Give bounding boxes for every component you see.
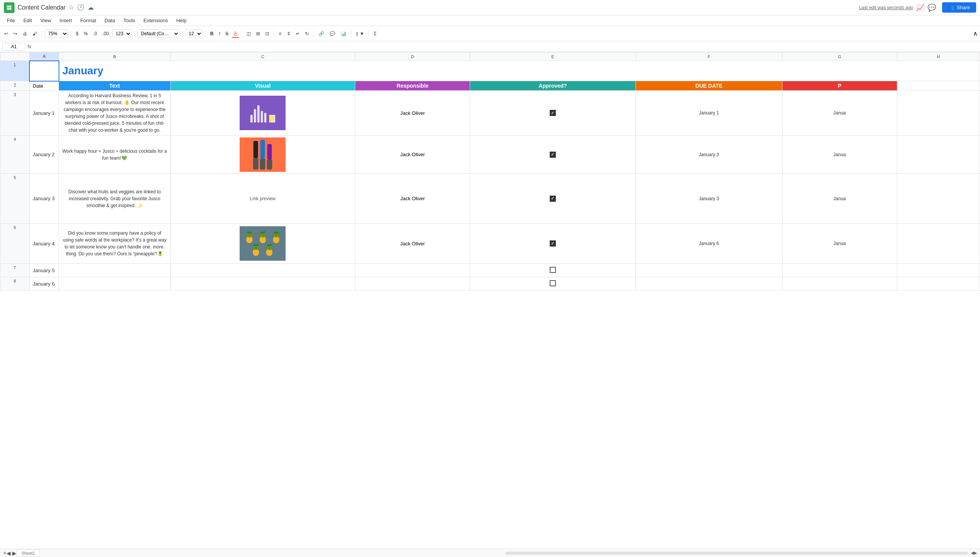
date-cell-6[interactable]: January 4 xyxy=(29,224,59,264)
approved-cell-7[interactable] xyxy=(470,264,636,277)
visual-cell-4[interactable] xyxy=(170,136,355,174)
menu-data[interactable]: Data xyxy=(101,17,119,24)
responsible-cell-8[interactable] xyxy=(355,277,470,291)
checkbox-checked-4[interactable] xyxy=(550,152,556,158)
menu-format[interactable]: Format xyxy=(77,17,100,24)
sheet-nav-left[interactable]: ◀ xyxy=(7,550,11,556)
star-icon[interactable]: ☆ xyxy=(69,4,74,11)
currency-button[interactable]: $ xyxy=(74,30,80,38)
bold-button[interactable]: B xyxy=(208,30,216,38)
checkbox-unchecked-8[interactable] xyxy=(550,280,556,286)
col-header-b[interactable]: B xyxy=(59,52,170,61)
duedate-cell-5[interactable]: January 3 xyxy=(635,174,782,224)
platform-cell-6[interactable]: Janua xyxy=(782,224,897,264)
collapse-toolbar-button[interactable]: ∧ xyxy=(973,30,978,37)
col-header-f[interactable]: F xyxy=(635,52,782,61)
cloud-icon[interactable]: ☁ xyxy=(88,4,94,11)
checkbox-checked-3[interactable] xyxy=(550,110,556,116)
sheet-tab[interactable]: Sheet1 xyxy=(16,550,40,556)
text-cell-5[interactable]: Discover what fruits and veggies are lin… xyxy=(59,174,170,224)
text-cell-4[interactable]: Work happy hour + Jusco = delicious cock… xyxy=(59,136,170,174)
chat-icon[interactable]: 💬 xyxy=(928,3,936,12)
approved-cell-5[interactable] xyxy=(470,174,636,224)
col-header-d[interactable]: D xyxy=(355,52,470,61)
merge-button[interactable]: ⊡ xyxy=(263,30,271,38)
menu-edit[interactable]: Edit xyxy=(20,17,36,24)
cell-a1[interactable] xyxy=(29,61,59,81)
visual-cell-6[interactable]: 🍍🍍🍍🍍🍍 xyxy=(170,224,355,264)
redo-button[interactable]: ↪ xyxy=(11,30,19,38)
duedate-cell-4[interactable]: January 3 xyxy=(635,136,782,174)
platform-cell-4[interactable]: Janua xyxy=(782,136,897,174)
paint-format-button[interactable]: 🖌 xyxy=(31,30,39,38)
add-sheet-button[interactable]: + xyxy=(3,550,7,556)
menu-file[interactable]: File xyxy=(3,17,19,24)
number-format-select[interactable]: 123 xyxy=(112,29,132,38)
date-cell-7[interactable]: January 5 xyxy=(29,264,59,277)
date-cell-5[interactable]: January 3 xyxy=(29,174,59,224)
scroll-arrow-left[interactable]: ◀ xyxy=(971,550,974,555)
underline-button[interactable]: A xyxy=(232,29,239,38)
duedate-cell-6[interactable]: January 6 xyxy=(635,224,782,264)
date-cell-8[interactable]: January 6 xyxy=(29,277,59,291)
menu-view[interactable]: View xyxy=(36,17,55,24)
scroll-arrow-right[interactable]: ▶ xyxy=(974,550,977,555)
history-icon[interactable]: 🕐 xyxy=(77,4,85,11)
menu-tools[interactable]: Tools xyxy=(119,17,139,24)
approved-cell-6[interactable] xyxy=(470,224,636,264)
horizontal-scrollbar[interactable] xyxy=(505,552,968,555)
italic-button[interactable]: I xyxy=(217,30,222,38)
duedate-cell-3[interactable]: January 1 xyxy=(635,91,782,136)
menu-help[interactable]: Help xyxy=(172,17,190,24)
responsible-cell-7[interactable] xyxy=(355,264,470,277)
text-cell-7[interactable] xyxy=(59,264,170,277)
wrap-button[interactable]: ↵ xyxy=(294,30,302,38)
font-size-select[interactable]: 12 xyxy=(185,29,203,38)
menu-extensions[interactable]: Extensions xyxy=(140,17,172,24)
approved-cell-3[interactable] xyxy=(470,91,636,136)
sheet-container[interactable]: A B C D E F G H 1 January 2 Date Text xyxy=(0,52,980,555)
responsible-cell-5[interactable]: Jack Oliver xyxy=(355,174,470,224)
date-cell-3[interactable]: January 1 xyxy=(29,91,59,136)
sheet-nav-right[interactable]: ▶ xyxy=(12,550,16,556)
col-header-c[interactable]: C xyxy=(170,52,355,61)
col-header-a[interactable]: A xyxy=(29,52,59,61)
platform-cell-8[interactable] xyxy=(782,277,897,291)
analytics-icon[interactable]: 📈 xyxy=(916,3,924,12)
filter-button[interactable]: ⫿ ▼ xyxy=(354,30,366,38)
functions-button[interactable]: Σ xyxy=(372,30,378,38)
duedate-cell-8[interactable] xyxy=(635,277,782,291)
date-cell-4[interactable]: January 2 xyxy=(29,136,59,174)
visual-cell-8[interactable] xyxy=(170,277,355,291)
link-button[interactable]: 🔗 xyxy=(317,30,326,38)
visual-cell-5[interactable]: Link preview xyxy=(170,174,355,224)
menu-insert[interactable]: Insert xyxy=(56,17,76,24)
percent-button[interactable]: % xyxy=(82,30,90,38)
col-header-h[interactable]: H xyxy=(897,52,980,61)
checkbox-checked-5[interactable] xyxy=(550,196,556,202)
fill-color-button[interactable]: ◫ xyxy=(245,30,253,38)
col-header-e[interactable]: E xyxy=(470,52,636,61)
text-cell-8[interactable] xyxy=(59,277,170,291)
align-h-button[interactable]: ≡ xyxy=(277,30,283,38)
checkbox-checked-6[interactable] xyxy=(550,240,556,247)
decimal-decrease-button[interactable]: .0 xyxy=(91,30,99,38)
checkbox-unchecked-7[interactable] xyxy=(550,267,556,273)
approved-cell-4[interactable] xyxy=(470,136,636,174)
zoom-select[interactable]: 75%100% xyxy=(45,29,68,38)
col-header-g[interactable]: G xyxy=(782,52,897,61)
align-v-button[interactable]: ⇕ xyxy=(285,30,292,38)
duedate-cell-7[interactable] xyxy=(635,264,782,277)
platform-cell-3[interactable]: Janua xyxy=(782,91,897,136)
responsible-cell-6[interactable]: Jack Oliver xyxy=(355,224,470,264)
undo-button[interactable]: ↩ xyxy=(2,30,10,38)
comment-button[interactable]: 💬 xyxy=(328,30,337,38)
formula-input[interactable] xyxy=(34,44,978,49)
rotate-button[interactable]: ↻ xyxy=(303,30,311,38)
visual-cell-7[interactable] xyxy=(170,264,355,277)
platform-cell-5[interactable]: Janua xyxy=(782,174,897,224)
responsible-cell-3[interactable]: Jack Oliver xyxy=(355,91,470,136)
text-cell-6[interactable]: Did you know some company have a policy … xyxy=(59,224,170,264)
share-button[interactable]: 👥 Share xyxy=(942,2,976,13)
responsible-cell-4[interactable]: Jack Oliver xyxy=(355,136,470,174)
